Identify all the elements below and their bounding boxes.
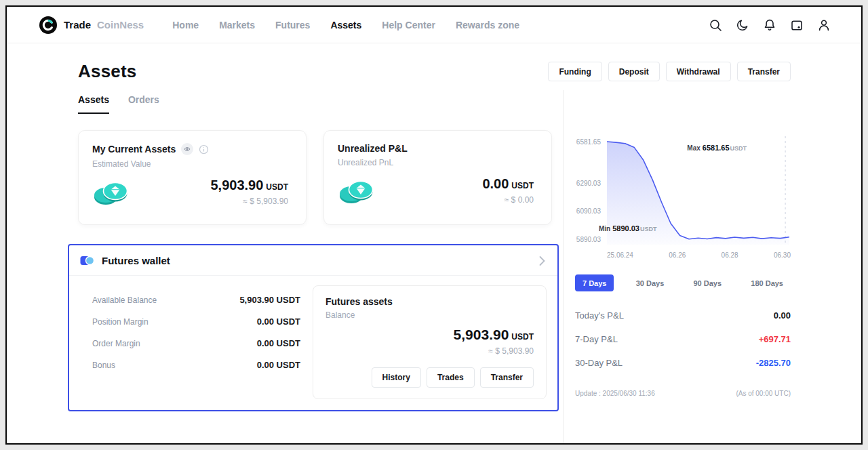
x-axis-tick: 06.30 [774,251,791,259]
unrealized-pnl-currency: USDT [511,181,534,190]
profile-user-icon[interactable] [816,18,831,33]
brand-trade-label: Trade [64,19,91,30]
row-label: Position Margin [92,317,149,327]
futures-assets-amount: 5,903.90 [454,327,509,342]
range-7-days-button[interactable]: 7 Days [575,274,614,291]
futures-assets-card: Futures assets Balance 5,903.90USDT ≈ $ … [313,285,547,399]
transfer-button[interactable]: Transfer [737,62,791,81]
y-axis-tick: 6581.65 [576,138,601,145]
y-axis-tick: 6290.03 [576,179,601,186]
tab-orders[interactable]: Orders [128,94,159,114]
main-nav: Home Markets Futures Assets Help Center … [172,20,519,30]
stat-label: Today's P&L [575,310,624,321]
stat-value: 0.00 [774,310,791,321]
info-icon[interactable] [199,144,209,155]
futures-balance-rows: Available Balance 5,903.90 USDT Position… [80,285,302,399]
stat-label: 7-Day P&L [575,334,618,344]
x-axis-tick: 06.28 [722,251,738,259]
chevron-right-icon[interactable] [538,255,545,266]
row-position-margin: Position Margin 0.00 USDT [92,316,300,327]
y-axis-tick: 5890.03 [576,235,601,243]
x-axis-tick: 06.26 [669,251,686,259]
nav-item-assets[interactable]: Assets [330,20,361,30]
main-content: Assets Orders My Current Assets E [7,90,563,445]
deposit-button[interactable]: Deposit [608,62,660,81]
futures-wallet-section[interactable]: Futures wallet Available Balance 5,903.9… [68,244,559,411]
range-180-days-button[interactable]: 180 Days [743,274,791,291]
search-icon[interactable] [708,18,723,33]
page-title: Assets [78,61,136,82]
row-value: 0.00 USDT [257,316,300,327]
row-label: Available Balance [92,295,157,305]
notifications-bell-icon[interactable] [762,18,777,33]
futures-wallet-icon [80,255,95,266]
unrealized-pnl-usd-approx: ≈ $ 0.00 [482,195,534,205]
nav-item-home[interactable]: Home [172,20,199,30]
brand-coinness-label: CoinNess [97,19,144,30]
unrealized-pnl-label: Unrealized PnL [338,158,534,167]
top-navbar: Trade CoinNess Home Markets Futures Asse… [7,7,861,43]
nav-item-help-center[interactable]: Help Center [382,20,435,30]
asset-history-chart: 6581.656290.036090.035890.03 [575,135,791,261]
row-value: 0.00 USDT [257,360,300,370]
y-axis-tick: 6090.03 [576,207,601,215]
rewards-gift-icon[interactable] [789,18,804,33]
wallet-actions: Funding Deposit Withdrawal Transfer [548,62,791,81]
futures-assets-usd-approx: ≈ $ 5,903.90 [326,346,534,356]
history-button[interactable]: History [372,367,421,388]
current-assets-title: My Current Assets [92,144,176,155]
assets-tabs: Assets Orders [78,94,552,114]
theme-moon-icon[interactable] [735,18,750,33]
futures-assets-currency: USDT [511,332,534,342]
row-label: Order Margin [92,339,140,348]
teal-coins-icon [92,177,130,207]
unrealized-pnl-card: Unrealized P&L Unrealized PnL [323,130,552,225]
row-label: Bonus [92,361,115,370]
update-info: Update : 2025/06/30 11:36 (As of 00:00 U… [575,390,791,397]
chart-y-axis: 6581.656290.036090.035890.03 [575,135,601,245]
chart-min-annotation: Min5890.03USDT [599,224,656,232]
app-window: Trade CoinNess Home Markets Futures Asse… [5,5,863,445]
stat-7-day-pnl: 7-Day P&L +697.71 [575,334,791,344]
unrealized-pnl-amount: 0.00 [482,176,509,191]
futures-wallet-title: Futures wallet [102,255,538,266]
futures-assets-balance-label: Balance [326,310,534,320]
chart-x-axis: 25.06.2406.2606.2806.30 [607,251,791,259]
teal-coins-icon [338,176,376,205]
chart-range-buttons: 7 Days 30 Days 90 Days 180 Days [575,274,791,291]
coinness-logo-icon[interactable] [39,16,57,34]
range-30-days-button[interactable]: 30 Days [629,274,672,291]
page-header: Assets Funding Deposit Withdrawal Transf… [7,43,861,82]
chart-max-annotation: Max6581.65USDT [687,144,747,152]
estimated-value-label: Estimated Value [92,159,288,169]
update-timestamp: Update : 2025/06/30 11:36 [575,390,655,397]
unrealized-pnl-title: Unrealized P&L [338,143,408,154]
trades-button[interactable]: Trades [427,367,475,388]
withdrawal-button[interactable]: Withdrawal [666,62,731,81]
pnl-stats: Today's P&L 0.00 7-Day P&L +697.71 30-Da… [575,310,791,368]
current-assets-amount: 5,903.90 [210,178,263,192]
stat-value: +697.71 [759,334,791,344]
navbar-actions [708,18,831,33]
stat-30-day-pnl: 30-Day P&L -2825.70 [575,358,791,368]
tab-assets[interactable]: Assets [78,94,109,114]
range-90-days-button[interactable]: 90 Days [686,274,729,291]
funding-button[interactable]: Funding [548,62,601,81]
futures-wallet-header[interactable]: Futures wallet [69,245,557,276]
nav-item-futures[interactable]: Futures [275,20,310,30]
row-order-margin: Order Margin 0.00 USDT [92,338,300,348]
row-available-balance: Available Balance 5,903.90 USDT [92,295,300,305]
row-bonus: Bonus 0.00 USDT [92,360,300,370]
nav-item-rewards-zone[interactable]: Rewards zone [456,20,519,30]
hide-balance-eye-icon[interactable] [181,143,193,155]
current-assets-card: My Current Assets Estimated Value [78,130,307,225]
nav-item-markets[interactable]: Markets [219,20,255,30]
x-axis-tick: 25.06.24 [607,251,633,259]
row-value: 0.00 USDT [257,338,300,348]
transfer-button-futures[interactable]: Transfer [480,367,534,388]
stat-today-pnl: Today's P&L 0.00 [575,310,791,321]
current-assets-usd-approx: ≈ $ 5,903.90 [210,197,288,206]
row-value: 5,903.90 USDT [239,295,300,305]
utc-note: (As of 00:00 UTC) [736,390,791,397]
stat-value: -2825.70 [756,358,791,368]
